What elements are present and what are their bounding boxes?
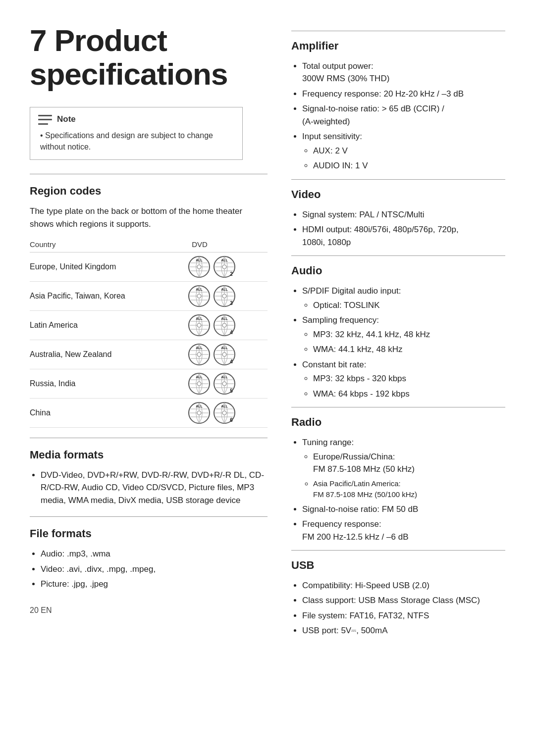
list-item: Optical: TOSLINK	[313, 299, 505, 312]
region-country: Australia, New Zealand	[30, 340, 188, 369]
usb-heading: USB	[291, 557, 505, 573]
list-item: S/PDIF Digital audio input: Optical: TOS…	[302, 285, 505, 311]
svg-point-27	[222, 294, 226, 298]
list-item: Signal-to-noise ratio: > 65 dB (CCIR) /(…	[302, 102, 505, 128]
page-number: 20 EN	[30, 605, 268, 616]
list-item: Frequency response: 20 Hz-20 kHz / –3 dB	[302, 88, 505, 101]
note-icon	[38, 115, 52, 125]
list-item: Class support: USB Mass Storage Class (M…	[302, 594, 505, 607]
disc-icon: ALL	[188, 372, 211, 395]
svg-point-80	[197, 411, 201, 415]
region-dvd: ALLALL5	[188, 369, 268, 399]
divider-amplifier-top	[291, 31, 505, 31]
region-codes-description: The type plate on the back or bottom of …	[30, 205, 268, 230]
radio-list: Tuning range: Europe/Russia/China:FM 87.…	[291, 436, 505, 543]
list-item: Compatibility: Hi-Speed USB (2.0)	[302, 579, 505, 592]
svg-text:ALL: ALL	[196, 288, 203, 291]
region-table: Country DVD Europe, United KingdomALLALL…	[30, 237, 268, 428]
divider-media	[30, 438, 268, 438]
media-formats-list: DVD-Video, DVD+R/+RW, DVD-R/-RW, DVD+R/-…	[30, 469, 268, 507]
disc-icon: ALL	[188, 314, 211, 337]
table-row: Europe, United KingdomALLALL2	[30, 252, 268, 282]
usb-list: Compatibility: Hi-Speed USB (2.0) Class …	[291, 579, 505, 637]
divider-region	[30, 174, 268, 174]
region-dvd: ALLALL4	[188, 311, 268, 340]
audio-section: Audio S/PDIF Digital audio input: Optica…	[291, 263, 505, 400]
list-item: Input sensitivity: AUX: 2 V AUDIO IN: 1 …	[302, 130, 505, 172]
note-header: Note	[38, 113, 234, 126]
list-item: USB port: 5V⎓, 500mA	[302, 624, 505, 637]
table-row: Asia Pacific, Taiwan, KoreaALLALL3	[30, 282, 268, 311]
disc-icon: ALL4	[213, 343, 236, 366]
audio-list: S/PDIF Digital audio input: Optical: TOS…	[291, 285, 505, 400]
divider-file	[30, 516, 268, 517]
video-list: Signal system: PAL / NTSC/Multi HDMI out…	[291, 208, 505, 249]
note-text: • Specifications and design are subject …	[38, 130, 234, 152]
table-header-country: Country	[30, 237, 188, 252]
svg-point-65	[197, 382, 201, 386]
region-country: Asia Pacific, Taiwan, Korea	[30, 282, 188, 311]
list-item: DVD-Video, DVD+R/+RW, DVD-R/-RW, DVD+R/-…	[41, 469, 268, 507]
region-country: China	[30, 399, 188, 428]
table-row: ChinaALLALL6	[30, 399, 268, 428]
region-codes-heading: Region codes	[30, 183, 268, 199]
note-label: Note	[57, 113, 76, 126]
region-dvd: ALLALL4	[188, 340, 268, 369]
svg-text:ALL: ALL	[196, 346, 203, 350]
disc-icon: ALL2	[213, 255, 236, 278]
list-item: MP3: 32 kHz, 44.1 kHz, 48 kHz	[313, 328, 505, 341]
list-item: WMA: 64 kbps - 192 kbps	[313, 388, 505, 401]
list-item: Tuning range: Europe/Russia/China:FM 87.…	[302, 436, 505, 501]
video-section: Video Signal system: PAL / NTSC/Multi HD…	[291, 187, 505, 249]
video-heading: Video	[291, 187, 505, 202]
disc-icon: ALL	[188, 285, 211, 307]
list-item: MP3: 32 kbps - 320 kbps	[313, 372, 505, 385]
svg-point-57	[222, 353, 226, 356]
divider-audio	[291, 255, 505, 256]
svg-text:2: 2	[230, 271, 233, 277]
divider-video	[291, 179, 505, 180]
amplifier-section: Amplifier Total output power:300W RMS (3…	[291, 38, 505, 172]
svg-text:6: 6	[230, 417, 233, 423]
list-item: Video: .avi, .divx, .mpg, .mpeg,	[41, 563, 268, 576]
file-formats-heading: File formats	[30, 526, 268, 542]
region-dvd: ALLALL3	[188, 282, 268, 311]
list-item: Asia Pacific/Latin America:FM 87.5-108 M…	[313, 478, 505, 501]
radio-section: Radio Tuning range: Europe/Russia/China:…	[291, 414, 505, 543]
table-row: Russia, IndiaALLALL5	[30, 369, 268, 399]
list-item: AUDIO IN: 1 V	[313, 159, 505, 172]
svg-text:4: 4	[230, 330, 233, 335]
svg-text:ALL: ALL	[196, 375, 203, 379]
amplifier-list: Total output power:300W RMS (30% THD) Fr…	[291, 60, 505, 172]
disc-icon: ALL6	[213, 402, 236, 424]
table-row: Latin AmericaALLALL4	[30, 311, 268, 340]
region-country: Europe, United Kingdom	[30, 252, 188, 282]
list-item: Constant bit rate: MP3: 32 kbps - 320 kb…	[302, 358, 505, 401]
list-item: Signal-to-noise ratio: FM 50 dB	[302, 503, 505, 516]
disc-icon: ALL5	[213, 372, 236, 395]
svg-text:ALL: ALL	[221, 346, 228, 350]
list-item: Picture: .jpg, .jpeg	[41, 578, 268, 591]
region-dvd: ALLALL6	[188, 399, 268, 428]
svg-point-42	[222, 323, 226, 327]
disc-icon: ALL	[188, 343, 211, 366]
disc-icon: ALL3	[213, 285, 236, 307]
amplifier-heading: Amplifier	[291, 38, 505, 54]
list-item: Frequency response:FM 200 Hz-12.5 kHz / …	[302, 518, 505, 543]
region-dvd: ALLALL2	[188, 252, 268, 282]
svg-text:ALL: ALL	[221, 258, 228, 262]
divider-radio	[291, 407, 505, 407]
svg-point-87	[222, 411, 226, 415]
media-formats-heading: Media formats	[30, 447, 268, 463]
svg-point-12	[222, 265, 226, 269]
list-item: File system: FAT16, FAT32, NTFS	[302, 609, 505, 622]
svg-text:4: 4	[230, 359, 233, 364]
list-item: Europe/Russia/China:FM 87.5-108 MHz (50 …	[313, 451, 505, 476]
radio-heading: Radio	[291, 414, 505, 430]
list-item: Signal system: PAL / NTSC/Multi	[302, 208, 505, 221]
disc-icon: ALL4	[213, 314, 236, 337]
list-item: Total output power:300W RMS (30% THD)	[302, 60, 505, 85]
svg-text:5: 5	[230, 388, 233, 394]
page-title: 7 Product specifications	[30, 24, 268, 91]
svg-point-5	[197, 265, 201, 269]
